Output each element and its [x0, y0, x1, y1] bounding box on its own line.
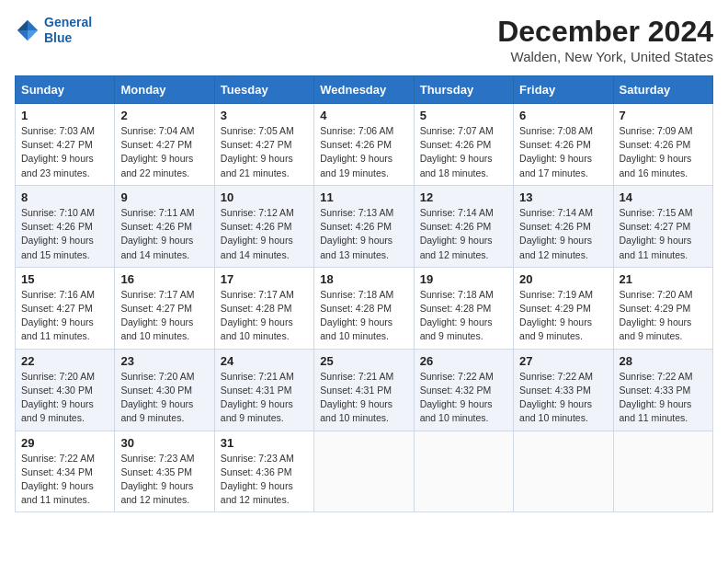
day-number: 19: [420, 272, 507, 286]
day-info: Sunrise: 7:15 AM Sunset: 4:27 PM Dayligh…: [620, 206, 707, 262]
calendar-cell: 20Sunrise: 7:19 AM Sunset: 4:29 PM Dayli…: [514, 267, 613, 349]
day-number: 17: [221, 272, 308, 286]
calendar-cell: 31Sunrise: 7:23 AM Sunset: 4:36 PM Dayli…: [214, 431, 313, 512]
weekday-header-tuesday: Tuesday: [214, 76, 313, 104]
logo-icon: [15, 17, 40, 43]
day-number: 5: [420, 109, 507, 122]
day-info: Sunrise: 7:07 AM Sunset: 4:26 PM Dayligh…: [420, 124, 507, 180]
page-header: General Blue December 2024 Walden, New Y…: [15, 15, 713, 64]
calendar-cell: 7Sunrise: 7:09 AM Sunset: 4:26 PM Daylig…: [613, 104, 712, 186]
calendar-body: 1Sunrise: 7:03 AM Sunset: 4:27 PM Daylig…: [16, 104, 713, 512]
day-info: Sunrise: 7:16 AM Sunset: 4:27 PM Dayligh…: [21, 288, 108, 344]
day-number: 31: [221, 436, 308, 450]
day-info: Sunrise: 7:13 AM Sunset: 4:26 PM Dayligh…: [320, 206, 407, 262]
day-number: 28: [620, 354, 707, 368]
day-info: Sunrise: 7:10 AM Sunset: 4:26 PM Dayligh…: [21, 206, 108, 262]
day-number: 3: [221, 109, 308, 122]
calendar-week-3: 15Sunrise: 7:16 AM Sunset: 4:27 PM Dayli…: [16, 267, 713, 349]
day-number: 2: [120, 109, 208, 122]
calendar-cell: 19Sunrise: 7:18 AM Sunset: 4:28 PM Dayli…: [414, 267, 513, 349]
day-number: 20: [519, 272, 607, 286]
weekday-header-thursday: Thursday: [414, 76, 513, 104]
day-info: Sunrise: 7:03 AM Sunset: 4:27 PM Dayligh…: [21, 124, 108, 180]
page-subtitle: Walden, New York, United States: [497, 49, 713, 64]
weekday-header-monday: Monday: [115, 76, 214, 104]
calendar-cell: 6Sunrise: 7:08 AM Sunset: 4:26 PM Daylig…: [514, 104, 613, 186]
calendar-cell: 24Sunrise: 7:21 AM Sunset: 4:31 PM Dayli…: [214, 349, 313, 431]
day-info: Sunrise: 7:18 AM Sunset: 4:28 PM Dayligh…: [320, 288, 407, 344]
calendar-cell: 2Sunrise: 7:04 AM Sunset: 4:27 PM Daylig…: [115, 104, 214, 186]
day-info: Sunrise: 7:22 AM Sunset: 4:32 PM Dayligh…: [420, 370, 507, 426]
calendar-cell: 22Sunrise: 7:20 AM Sunset: 4:30 PM Dayli…: [16, 349, 115, 431]
day-number: 13: [519, 190, 607, 204]
calendar-week-4: 22Sunrise: 7:20 AM Sunset: 4:30 PM Dayli…: [16, 349, 713, 431]
day-number: 7: [620, 109, 707, 122]
calendar-cell: [414, 431, 513, 512]
day-number: 9: [120, 190, 208, 204]
day-number: 1: [21, 109, 108, 122]
day-info: Sunrise: 7:22 AM Sunset: 4:33 PM Dayligh…: [519, 370, 607, 426]
day-info: Sunrise: 7:20 AM Sunset: 4:29 PM Dayligh…: [620, 288, 707, 344]
logo-text: General Blue: [44, 15, 92, 46]
logo: General Blue: [15, 15, 92, 46]
svg-marker-3: [28, 30, 38, 40]
day-info: Sunrise: 7:17 AM Sunset: 4:28 PM Dayligh…: [221, 288, 308, 344]
weekday-header-saturday: Saturday: [613, 76, 712, 104]
day-number: 25: [320, 354, 407, 368]
svg-marker-1: [17, 20, 28, 30]
calendar-cell: 13Sunrise: 7:14 AM Sunset: 4:26 PM Dayli…: [514, 185, 613, 267]
day-info: Sunrise: 7:17 AM Sunset: 4:27 PM Dayligh…: [120, 288, 208, 344]
calendar-cell: [613, 431, 712, 512]
day-number: 16: [120, 272, 208, 286]
calendar-cell: 28Sunrise: 7:22 AM Sunset: 4:33 PM Dayli…: [613, 349, 712, 431]
day-info: Sunrise: 7:14 AM Sunset: 4:26 PM Dayligh…: [420, 206, 507, 262]
calendar-cell: 23Sunrise: 7:20 AM Sunset: 4:30 PM Dayli…: [115, 349, 214, 431]
calendar-cell: 18Sunrise: 7:18 AM Sunset: 4:28 PM Dayli…: [314, 267, 414, 349]
calendar-cell: 17Sunrise: 7:17 AM Sunset: 4:28 PM Dayli…: [214, 267, 313, 349]
day-number: 29: [21, 436, 108, 450]
calendar-cell: 5Sunrise: 7:07 AM Sunset: 4:26 PM Daylig…: [414, 104, 513, 186]
weekday-header-friday: Friday: [514, 76, 613, 104]
calendar-cell: 21Sunrise: 7:20 AM Sunset: 4:29 PM Dayli…: [613, 267, 712, 349]
calendar-cell: 8Sunrise: 7:10 AM Sunset: 4:26 PM Daylig…: [16, 185, 115, 267]
day-info: Sunrise: 7:18 AM Sunset: 4:28 PM Dayligh…: [420, 288, 507, 344]
calendar-cell: 9Sunrise: 7:11 AM Sunset: 4:26 PM Daylig…: [115, 185, 214, 267]
calendar-cell: 12Sunrise: 7:14 AM Sunset: 4:26 PM Dayli…: [414, 185, 513, 267]
day-info: Sunrise: 7:14 AM Sunset: 4:26 PM Dayligh…: [519, 206, 607, 262]
day-info: Sunrise: 7:23 AM Sunset: 4:36 PM Dayligh…: [221, 452, 308, 508]
calendar-cell: 29Sunrise: 7:22 AM Sunset: 4:34 PM Dayli…: [16, 431, 115, 512]
calendar-cell: 15Sunrise: 7:16 AM Sunset: 4:27 PM Dayli…: [16, 267, 115, 349]
calendar-cell: 3Sunrise: 7:05 AM Sunset: 4:27 PM Daylig…: [214, 104, 313, 186]
calendar-cell: 16Sunrise: 7:17 AM Sunset: 4:27 PM Dayli…: [115, 267, 214, 349]
calendar-cell: 10Sunrise: 7:12 AM Sunset: 4:26 PM Dayli…: [214, 185, 313, 267]
day-number: 21: [620, 272, 707, 286]
day-number: 8: [21, 190, 108, 204]
day-info: Sunrise: 7:20 AM Sunset: 4:30 PM Dayligh…: [120, 370, 208, 426]
day-number: 11: [320, 190, 407, 204]
day-number: 14: [620, 190, 707, 204]
day-number: 12: [420, 190, 507, 204]
day-number: 23: [120, 354, 208, 368]
day-info: Sunrise: 7:19 AM Sunset: 4:29 PM Dayligh…: [519, 288, 607, 344]
calendar-header: SundayMondayTuesdayWednesdayThursdayFrid…: [16, 76, 713, 104]
calendar-week-2: 8Sunrise: 7:10 AM Sunset: 4:26 PM Daylig…: [16, 185, 713, 267]
day-number: 26: [420, 354, 507, 368]
day-info: Sunrise: 7:09 AM Sunset: 4:26 PM Dayligh…: [620, 124, 707, 180]
day-number: 27: [519, 354, 607, 368]
day-number: 4: [320, 109, 407, 122]
calendar-cell: 26Sunrise: 7:22 AM Sunset: 4:32 PM Dayli…: [414, 349, 513, 431]
day-number: 10: [221, 190, 308, 204]
day-number: 24: [221, 354, 308, 368]
day-info: Sunrise: 7:04 AM Sunset: 4:27 PM Dayligh…: [120, 124, 208, 180]
day-number: 30: [120, 436, 208, 450]
calendar-cell: 30Sunrise: 7:23 AM Sunset: 4:35 PM Dayli…: [115, 431, 214, 512]
day-info: Sunrise: 7:22 AM Sunset: 4:33 PM Dayligh…: [620, 370, 707, 426]
calendar-cell: 1Sunrise: 7:03 AM Sunset: 4:27 PM Daylig…: [16, 104, 115, 186]
day-info: Sunrise: 7:11 AM Sunset: 4:26 PM Dayligh…: [120, 206, 208, 262]
calendar-cell: 4Sunrise: 7:06 AM Sunset: 4:26 PM Daylig…: [314, 104, 414, 186]
calendar-cell: 14Sunrise: 7:15 AM Sunset: 4:27 PM Dayli…: [613, 185, 712, 267]
weekday-header-sunday: Sunday: [16, 76, 115, 104]
calendar-week-5: 29Sunrise: 7:22 AM Sunset: 4:34 PM Dayli…: [16, 431, 713, 512]
calendar-week-1: 1Sunrise: 7:03 AM Sunset: 4:27 PM Daylig…: [16, 104, 713, 186]
day-info: Sunrise: 7:08 AM Sunset: 4:26 PM Dayligh…: [519, 124, 607, 180]
